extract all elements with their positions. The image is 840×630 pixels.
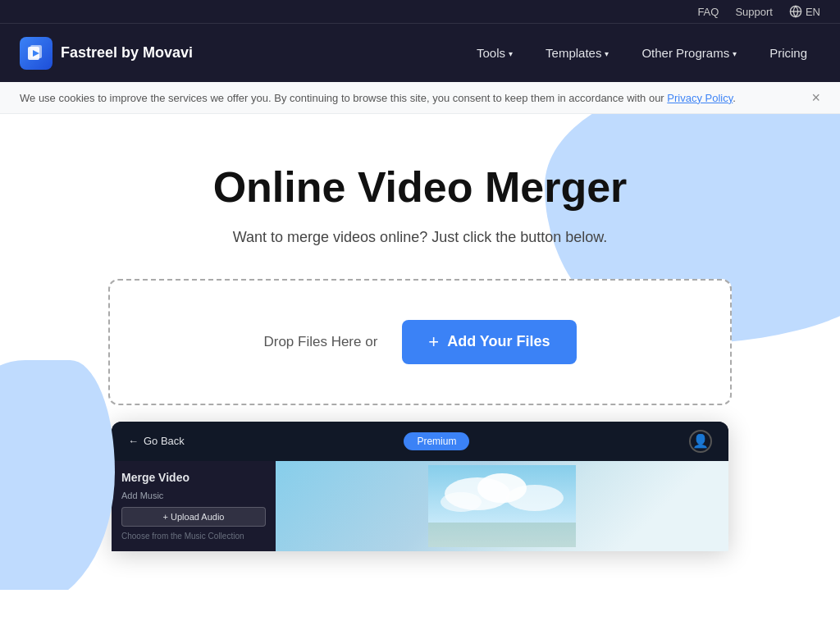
nav-pricing[interactable]: Pricing: [756, 39, 820, 66]
preview-app: ← Go Back Premium 👤 Merge Video Add Musi…: [112, 422, 728, 551]
tools-chevron-icon: ▾: [509, 49, 513, 58]
preview-avatar: 👤: [689, 430, 712, 453]
hero-content: Online Video Merger Want to merge videos…: [92, 163, 748, 405]
cookie-text: We use cookies to improve the services w…: [20, 92, 736, 104]
language-selector[interactable]: EN: [789, 5, 820, 18]
add-files-button[interactable]: + Add Your Files: [402, 320, 576, 364]
other-programs-chevron-icon: ▾: [733, 49, 737, 58]
preview-video: [276, 461, 728, 551]
preview-premium-button[interactable]: Premium: [404, 432, 469, 450]
back-arrow-icon: ←: [128, 435, 139, 447]
nav-links: Tools ▾ Templates ▾ Other Programs ▾ Pri…: [463, 39, 820, 66]
preview-add-music-label: Add Music: [121, 491, 266, 500]
user-icon: 👤: [692, 433, 709, 449]
logo-text: Fastreel by Movavi: [61, 44, 193, 62]
preview-upload-audio-button[interactable]: + Upload Audio: [121, 507, 266, 527]
templates-chevron-icon: ▾: [605, 49, 609, 58]
preview-back-button[interactable]: ← Go Back: [128, 435, 185, 447]
nav-templates[interactable]: Templates ▾: [532, 39, 622, 66]
nav-tools[interactable]: Tools ▾: [463, 39, 526, 66]
logo-icon: [20, 37, 52, 70]
preview-sidebar: Merge Video Add Music + Upload Audio Cho…: [112, 461, 276, 551]
faq-link[interactable]: FAQ: [697, 6, 719, 18]
preview-main: [276, 461, 728, 551]
svg-rect-10: [428, 523, 576, 547]
cookie-close-button[interactable]: ×: [811, 90, 820, 105]
hero-section: Online Video Merger Want to merge videos…: [0, 114, 840, 590]
cookie-banner: We use cookies to improve the services w…: [0, 82, 840, 114]
video-thumbnail: [428, 465, 576, 547]
hero-subtitle: Want to merge videos online? Just click …: [92, 229, 748, 246]
preview-topbar: ← Go Back Premium 👤: [112, 422, 728, 461]
drop-files-text: Drop Files Here or: [263, 334, 377, 350]
logo[interactable]: Fastreel by Movavi: [20, 37, 193, 70]
preview-collection-label: Choose from the Music Collection: [121, 532, 266, 541]
upload-area: Drop Files Here or + Add Your Files: [108, 279, 732, 405]
preview-sidebar-title: Merge Video: [121, 471, 266, 484]
page-title: Online Video Merger: [92, 163, 748, 212]
top-bar: FAQ Support EN: [0, 0, 840, 23]
navbar: Fastreel by Movavi Tools ▾ Templates ▾ O…: [0, 23, 840, 82]
privacy-policy-link[interactable]: Privacy Policy: [667, 92, 733, 104]
add-files-label: Add Your Files: [447, 333, 550, 350]
svg-point-9: [441, 492, 482, 512]
plus-icon: +: [428, 333, 439, 351]
preview-body: Merge Video Add Music + Upload Audio Cho…: [112, 461, 728, 551]
nav-other-programs[interactable]: Other Programs ▾: [628, 39, 750, 66]
svg-point-8: [506, 485, 564, 511]
preview-section: ← Go Back Premium 👤 Merge Video Add Musi…: [92, 405, 748, 551]
support-link[interactable]: Support: [735, 6, 773, 18]
lang-label: EN: [806, 6, 820, 18]
